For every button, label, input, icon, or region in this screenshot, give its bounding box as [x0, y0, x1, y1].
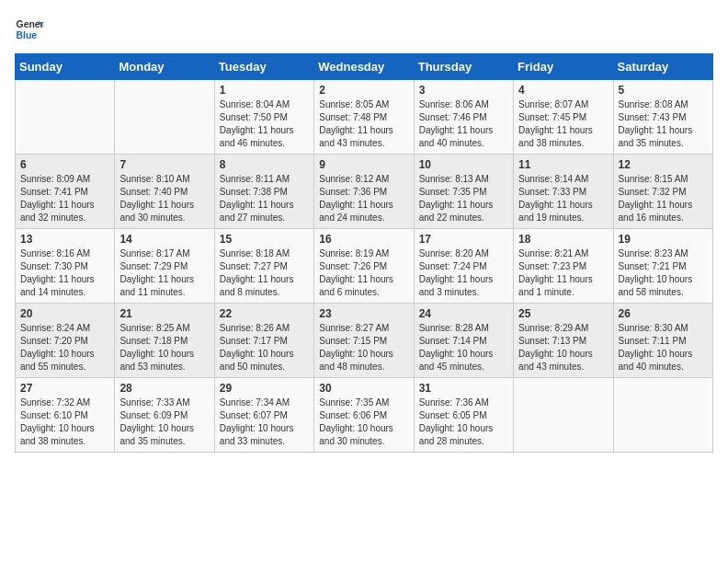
- calendar-cell-w5d1: 27Sunrise: 7:32 AM Sunset: 6:10 PM Dayli…: [16, 378, 115, 453]
- calendar-cell-w2d2: 7Sunrise: 8:10 AM Sunset: 7:40 PM Daylig…: [115, 155, 214, 229]
- calendar-cell-w1d2: [115, 80, 214, 155]
- day-info: Sunrise: 8:09 AM Sunset: 7:41 PM Dayligh…: [20, 173, 109, 224]
- calendar-cell-w4d5: 24Sunrise: 8:28 AM Sunset: 7:14 PM Dayli…: [414, 304, 513, 378]
- header-saturday: Saturday: [613, 54, 712, 80]
- day-number: 10: [419, 158, 508, 171]
- calendar-week-2: 6Sunrise: 8:09 AM Sunset: 7:41 PM Daylig…: [16, 155, 713, 229]
- day-info: Sunrise: 8:26 AM Sunset: 7:17 PM Dayligh…: [220, 322, 309, 373]
- header-monday: Monday: [115, 54, 214, 80]
- day-number: 29: [220, 382, 309, 395]
- day-number: 31: [419, 382, 508, 395]
- header-tuesday: Tuesday: [214, 54, 313, 80]
- day-number: 23: [319, 307, 408, 320]
- day-number: 28: [119, 382, 209, 395]
- calendar-cell-w2d4: 9Sunrise: 8:12 AM Sunset: 7:36 PM Daylig…: [314, 155, 414, 229]
- calendar-body: 1Sunrise: 8:04 AM Sunset: 7:50 PM Daylig…: [16, 80, 713, 453]
- day-number: 8: [220, 158, 309, 171]
- day-info: Sunrise: 8:27 AM Sunset: 7:15 PM Dayligh…: [319, 322, 408, 373]
- day-number: 1: [220, 84, 309, 97]
- day-number: 16: [319, 233, 408, 246]
- day-info: Sunrise: 8:10 AM Sunset: 7:40 PM Dayligh…: [119, 173, 209, 224]
- logo: General Blue: [15, 15, 44, 44]
- day-number: 2: [319, 84, 408, 97]
- day-info: Sunrise: 8:28 AM Sunset: 7:14 PM Dayligh…: [419, 322, 508, 373]
- header-sunday: Sunday: [16, 54, 115, 80]
- day-number: 20: [20, 307, 109, 320]
- day-number: 19: [619, 233, 708, 246]
- calendar-cell-w4d1: 20Sunrise: 8:24 AM Sunset: 7:20 PM Dayli…: [16, 304, 115, 378]
- day-number: 27: [20, 382, 109, 395]
- day-info: Sunrise: 8:05 AM Sunset: 7:48 PM Dayligh…: [319, 98, 408, 150]
- calendar-cell-w5d5: 31Sunrise: 7:36 AM Sunset: 6:05 PM Dayli…: [414, 378, 513, 453]
- day-info: Sunrise: 8:16 AM Sunset: 7:30 PM Dayligh…: [20, 247, 109, 299]
- calendar-cell-w2d1: 6Sunrise: 8:09 AM Sunset: 7:41 PM Daylig…: [16, 155, 115, 229]
- calendar-cell-w1d1: [16, 80, 115, 155]
- calendar-cell-w4d3: 22Sunrise: 8:26 AM Sunset: 7:17 PM Dayli…: [214, 304, 313, 378]
- calendar-week-3: 13Sunrise: 8:16 AM Sunset: 7:30 PM Dayli…: [16, 229, 713, 304]
- day-info: Sunrise: 7:33 AM Sunset: 6:09 PM Dayligh…: [119, 396, 209, 448]
- calendar-cell-w1d4: 2Sunrise: 8:05 AM Sunset: 7:48 PM Daylig…: [314, 80, 414, 155]
- calendar-header-row: SundayMondayTuesdayWednesdayThursdayFrid…: [16, 54, 713, 80]
- header-thursday: Thursday: [414, 54, 513, 80]
- calendar-week-1: 1Sunrise: 8:04 AM Sunset: 7:50 PM Daylig…: [16, 80, 713, 155]
- calendar-cell-w2d3: 8Sunrise: 8:11 AM Sunset: 7:38 PM Daylig…: [214, 155, 313, 229]
- day-info: Sunrise: 8:04 AM Sunset: 7:50 PM Dayligh…: [220, 98, 309, 150]
- calendar-cell-w4d2: 21Sunrise: 8:25 AM Sunset: 7:18 PM Dayli…: [115, 304, 214, 378]
- day-info: Sunrise: 8:19 AM Sunset: 7:26 PM Dayligh…: [319, 247, 408, 299]
- header-wednesday: Wednesday: [314, 54, 414, 80]
- day-number: 4: [518, 84, 608, 97]
- day-info: Sunrise: 8:07 AM Sunset: 7:45 PM Dayligh…: [518, 98, 608, 150]
- calendar-cell-w2d5: 10Sunrise: 8:13 AM Sunset: 7:35 PM Dayli…: [414, 155, 513, 229]
- day-number: 26: [619, 307, 708, 320]
- header-friday: Friday: [514, 54, 613, 80]
- day-info: Sunrise: 8:29 AM Sunset: 7:13 PM Dayligh…: [518, 322, 608, 373]
- day-info: Sunrise: 7:36 AM Sunset: 6:05 PM Dayligh…: [419, 396, 508, 448]
- calendar-cell-w3d5: 17Sunrise: 8:20 AM Sunset: 7:24 PM Dayli…: [414, 229, 513, 304]
- calendar-cell-w1d7: 5Sunrise: 8:08 AM Sunset: 7:43 PM Daylig…: [613, 80, 712, 155]
- day-number: 9: [319, 158, 408, 171]
- calendar-cell-w1d6: 4Sunrise: 8:07 AM Sunset: 7:45 PM Daylig…: [514, 80, 613, 155]
- day-info: Sunrise: 7:34 AM Sunset: 6:07 PM Dayligh…: [220, 396, 309, 448]
- calendar-cell-w5d6: [514, 378, 613, 453]
- day-number: 18: [518, 233, 608, 246]
- day-number: 11: [518, 158, 608, 171]
- day-info: Sunrise: 7:35 AM Sunset: 6:06 PM Dayligh…: [319, 396, 408, 448]
- day-info: Sunrise: 8:20 AM Sunset: 7:24 PM Dayligh…: [419, 247, 508, 299]
- calendar-cell-w3d4: 16Sunrise: 8:19 AM Sunset: 7:26 PM Dayli…: [314, 229, 414, 304]
- day-number: 24: [419, 307, 508, 320]
- day-number: 6: [20, 158, 109, 171]
- day-info: Sunrise: 8:11 AM Sunset: 7:38 PM Dayligh…: [220, 173, 309, 224]
- calendar-cell-w3d2: 14Sunrise: 8:17 AM Sunset: 7:29 PM Dayli…: [115, 229, 214, 304]
- day-info: Sunrise: 8:30 AM Sunset: 7:11 PM Dayligh…: [619, 322, 708, 373]
- calendar-cell-w2d7: 12Sunrise: 8:15 AM Sunset: 7:32 PM Dayli…: [613, 155, 712, 229]
- day-number: 15: [220, 233, 309, 246]
- day-number: 14: [119, 233, 209, 246]
- calendar-cell-w4d6: 25Sunrise: 8:29 AM Sunset: 7:13 PM Dayli…: [514, 304, 613, 378]
- day-info: Sunrise: 8:18 AM Sunset: 7:27 PM Dayligh…: [220, 247, 309, 299]
- calendar-cell-w3d1: 13Sunrise: 8:16 AM Sunset: 7:30 PM Dayli…: [16, 229, 115, 304]
- calendar-cell-w1d3: 1Sunrise: 8:04 AM Sunset: 7:50 PM Daylig…: [214, 80, 313, 155]
- day-info: Sunrise: 8:15 AM Sunset: 7:32 PM Dayligh…: [619, 173, 708, 224]
- day-number: 21: [119, 307, 209, 320]
- calendar-cell-w3d6: 18Sunrise: 8:21 AM Sunset: 7:23 PM Dayli…: [514, 229, 613, 304]
- calendar-table: SundayMondayTuesdayWednesdayThursdayFrid…: [15, 53, 713, 453]
- svg-text:General: General: [17, 19, 44, 29]
- day-number: 7: [119, 158, 209, 171]
- day-info: Sunrise: 8:06 AM Sunset: 7:46 PM Dayligh…: [419, 98, 508, 150]
- day-number: 12: [619, 158, 708, 171]
- day-info: Sunrise: 8:25 AM Sunset: 7:18 PM Dayligh…: [119, 322, 209, 373]
- page-header: General Blue: [15, 15, 713, 44]
- calendar-week-4: 20Sunrise: 8:24 AM Sunset: 7:20 PM Dayli…: [16, 304, 713, 378]
- day-number: 30: [319, 382, 408, 395]
- day-number: 22: [220, 307, 309, 320]
- day-number: 13: [20, 233, 109, 246]
- day-number: 17: [419, 233, 508, 246]
- day-number: 3: [419, 84, 508, 97]
- day-info: Sunrise: 8:24 AM Sunset: 7:20 PM Dayligh…: [20, 322, 109, 373]
- day-info: Sunrise: 8:14 AM Sunset: 7:33 PM Dayligh…: [518, 173, 608, 224]
- calendar-cell-w3d3: 15Sunrise: 8:18 AM Sunset: 7:27 PM Dayli…: [214, 229, 313, 304]
- day-info: Sunrise: 8:17 AM Sunset: 7:29 PM Dayligh…: [119, 247, 209, 299]
- calendar-cell-w4d4: 23Sunrise: 8:27 AM Sunset: 7:15 PM Dayli…: [314, 304, 414, 378]
- day-number: 25: [518, 307, 608, 320]
- calendar-cell-w5d4: 30Sunrise: 7:35 AM Sunset: 6:06 PM Dayli…: [314, 378, 414, 453]
